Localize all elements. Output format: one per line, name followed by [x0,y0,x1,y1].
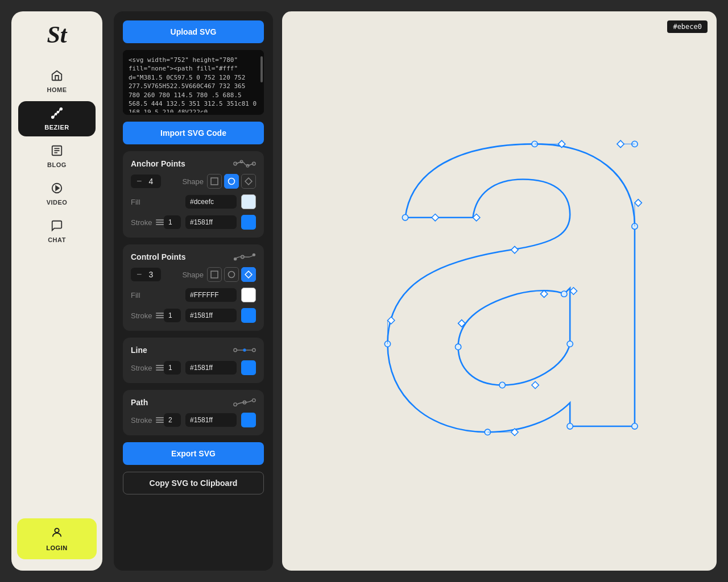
anchor-shape-diamond[interactable] [241,174,256,189]
svg-point-21 [253,253,255,256]
path-section: Path Stroke [123,390,264,435]
svg-point-3 [57,111,59,113]
export-svg-button[interactable]: Export SVG [123,442,264,465]
svg-point-10 [55,529,59,533]
control-fill-label: Fill [131,291,140,300]
control-count-decrease[interactable]: − [136,270,142,279]
svg-marker-53 [635,199,642,206]
svg-marker-59 [540,290,547,297]
anchor-fill-group [185,194,256,209]
sidebar-item-chat[interactable]: CHAT [18,214,96,249]
control-fill-group [185,288,256,302]
anchor-fill-swatch[interactable] [241,194,256,209]
svg-marker-54 [511,246,518,253]
anchor-points-header: Anchor Points [131,159,256,168]
anchor-fill-input[interactable] [185,195,237,209]
control-count-control: − 3 [131,268,161,281]
chat-icon [51,219,63,234]
anchor-count-value: 4 [146,177,155,186]
sidebar-item-home-label: HOME [47,86,67,93]
line-stroke-style-icon[interactable] [156,365,164,371]
control-stroke-width[interactable] [164,309,181,322]
sidebar-item-chat-label: CHAT [48,236,66,243]
control-shape-circle[interactable] [224,267,239,282]
control-points-header: Control Points [131,252,256,261]
anchor-fill-label: Fill [131,198,140,206]
path-stroke-style-icon[interactable] [156,417,164,423]
sidebar-item-bezier[interactable]: BEZIER [18,101,96,136]
svg-rect-17 [211,178,218,185]
path-title: Path [131,398,148,407]
control-count-value: 3 [146,270,155,279]
svg-code-wrapper [123,50,264,115]
svg-code-input[interactable] [123,50,264,113]
line-stroke-group [164,360,256,375]
path-stroke-row: Stroke [131,413,256,427]
bezier-icon [51,107,63,122]
svg-point-37 [632,423,638,429]
anchor-stroke-width[interactable] [164,215,181,229]
stroke-style-icon[interactable] [156,219,164,225]
path-stroke-left: Stroke [131,416,164,425]
scrollbar[interactable] [260,56,263,82]
import-svg-button[interactable]: Import SVG Code [123,122,264,144]
control-stroke-input[interactable] [185,309,237,322]
line-stroke-input[interactable] [185,361,237,375]
nav: HOME BEZIER [11,64,102,518]
control-points-title: Control Points [131,252,185,261]
line-stroke-width[interactable] [164,361,181,375]
control-shape-buttons [207,267,256,282]
anchor-stroke-group [164,215,256,230]
svg-marker-62 [570,288,577,294]
control-stroke-swatch[interactable] [241,308,256,323]
copy-svg-button[interactable]: Copy SVG to Clipboard [123,472,264,494]
anchor-shape-square[interactable] [207,174,222,189]
svg-point-12 [253,162,255,165]
anchor-stroke-label: Stroke [131,218,152,227]
svg-marker-19 [245,178,252,185]
control-fill-swatch[interactable] [241,288,256,302]
svg-point-27 [253,348,255,351]
anchor-count-row: − 4 Shape [131,174,256,189]
login-label: LOGIN [46,544,67,551]
control-fill-input[interactable] [185,288,237,302]
svg-marker-61 [532,381,539,388]
tool-panel: Upload SVG Import SVG Code Anchor Points [114,11,273,571]
line-title: Line [131,346,147,355]
anchor-points-title: Anchor Points [131,159,185,168]
svg-point-22 [241,255,244,258]
anchor-stroke-swatch[interactable] [241,215,256,230]
svg-point-41 [402,215,408,221]
path-stroke-width[interactable] [164,413,181,427]
path-stroke-swatch[interactable] [241,413,256,427]
login-icon [51,526,63,542]
control-shape-label: Shape [182,271,204,279]
anchor-shape-label: Shape [182,177,204,186]
home-icon [51,69,63,84]
svg-point-26 [234,348,237,351]
control-points-section: Control Points − 3 [123,244,264,331]
anchor-fill-row: Fill [131,194,256,209]
control-stroke-style-icon[interactable] [156,313,164,318]
path-stroke-label: Stroke [131,416,152,425]
anchor-count-decrease[interactable]: − [136,177,142,186]
sidebar-item-video[interactable]: VIDEO [18,176,96,211]
login-button[interactable]: LOGIN [17,518,97,559]
anchor-count-control: − 4 [131,174,161,188]
svg-marker-56 [387,317,394,324]
bezier-canvas-svg[interactable] [329,120,670,462]
upload-svg-button[interactable]: Upload SVG [123,20,264,43]
line-stroke-label: Stroke [131,364,152,372]
path-stroke-input[interactable] [185,413,237,427]
control-stroke-left: Stroke [131,311,164,320]
anchor-stroke-input[interactable] [185,215,237,229]
control-shape-square[interactable] [207,267,222,282]
anchor-shape-circle[interactable] [224,174,239,189]
anchor-shape-buttons [207,174,256,189]
control-shape-diamond[interactable] [241,267,256,282]
line-stroke-swatch[interactable] [241,360,256,375]
sidebar-item-blog[interactable]: BLOG [18,139,96,174]
blog-icon [51,144,63,159]
sidebar: St HOME BEZIER [11,11,102,571]
sidebar-item-home[interactable]: HOME [18,64,96,99]
